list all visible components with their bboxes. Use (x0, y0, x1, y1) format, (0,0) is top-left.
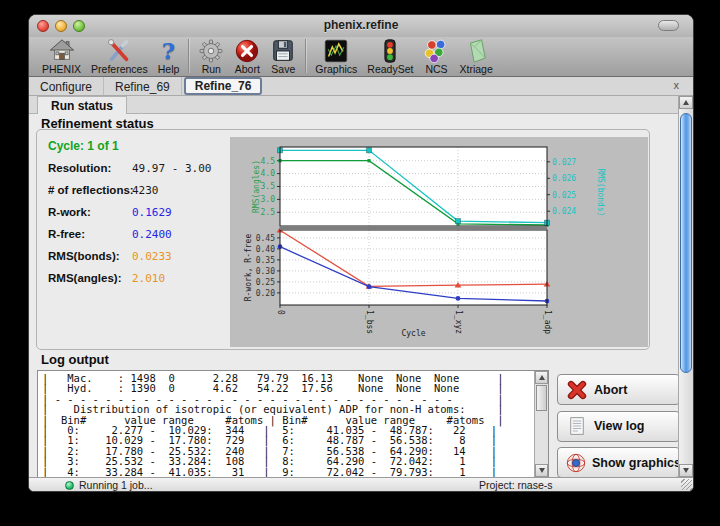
close-window-button[interactable] (37, 20, 49, 32)
toolbar-button-phenix[interactable]: PHENIX (37, 38, 86, 75)
log-text[interactable]: | Mac. : 1498 0 2.28 79.79 16.13 None No… (42, 373, 532, 477)
svg-text:1_xyz: 1_xyz (454, 310, 463, 334)
abort-icon (234, 38, 260, 64)
status-message: Running 1 job... (79, 479, 153, 491)
scroll-up-icon[interactable] (679, 96, 693, 109)
zoom-window-button[interactable] (73, 20, 85, 32)
svg-text:3.5: 3.5 (261, 182, 276, 191)
minimize-window-button[interactable] (55, 20, 67, 32)
log-scrollbar[interactable] (534, 371, 548, 477)
toolbar-label: Preferences (91, 64, 148, 75)
stat-value: 4230 (132, 184, 159, 197)
phenix-refine-window: phenix.refine PHENIX (28, 14, 694, 492)
stat-label: R-work: (48, 206, 132, 218)
svg-text:2.5: 2.5 (261, 208, 276, 217)
abort-x-icon (565, 379, 589, 401)
gear-icon (198, 38, 224, 64)
view-log-button[interactable]: View log (557, 411, 680, 442)
stat-value: 2.010 (132, 272, 165, 285)
toolbar-button-readyset[interactable]: ReadySet (362, 38, 418, 75)
tab-refine-69[interactable]: Refine_69 (104, 77, 182, 95)
svg-text:0.025: 0.025 (552, 191, 576, 200)
titlebar[interactable]: phenix.refine (29, 15, 693, 37)
stat-row-resolution: Resolution: 49.97 - 3.00 (48, 162, 228, 175)
scroll-down-icon[interactable] (535, 464, 548, 477)
help-icon: ? (162, 38, 175, 64)
log-output-box: | Mac. : 1498 0 2.28 79.79 16.13 None No… (37, 370, 549, 478)
svg-text:0.20: 0.20 (256, 289, 275, 298)
scroll-down-icon[interactable] (679, 464, 693, 477)
svg-text:0.45: 0.45 (256, 234, 275, 243)
toolbar-label: PHENIX (42, 64, 81, 75)
tab-configure[interactable]: Configure (29, 77, 104, 95)
svg-text:0.30: 0.30 (256, 267, 275, 276)
stat-value: 0.1629 (132, 206, 172, 219)
stat-value: 0.0233 (132, 250, 172, 263)
toolbar-button-preferences[interactable]: Preferences (86, 38, 153, 75)
stat-label: R-free: (48, 228, 132, 240)
window-controls (37, 20, 85, 32)
log-output-heading: Log output (41, 352, 109, 367)
project-label: Project: rnase-s (479, 479, 553, 491)
document-icon (565, 416, 589, 436)
svg-text:4.5: 4.5 (261, 157, 276, 166)
toolbar-label: NCS (425, 64, 447, 75)
refinement-status-panel: Cycle: 1 of 1 Resolution: 49.97 - 3.00 #… (36, 129, 650, 350)
svg-text:RMS(bonds): RMS(bonds) (596, 168, 605, 216)
traffic-light-icon (377, 38, 403, 64)
stat-row-reflections: # of reflections: 4230 (48, 184, 228, 197)
main-scrollbar-thumb[interactable] (680, 113, 692, 373)
toolbar-label: ReadySet (367, 64, 413, 75)
tab-run-status[interactable]: Run status (37, 96, 127, 114)
refinement-chart: 4.54.03.53.02.50.0270.0260.0250.024RMS(a… (230, 137, 648, 347)
resize-grip[interactable] (681, 479, 692, 490)
stat-label: RMS(bonds): (48, 250, 132, 262)
stat-label: Resolution: (48, 162, 132, 174)
svg-text:1_bss: 1_bss (365, 310, 374, 334)
stat-value: 49.97 - 3.00 (132, 162, 211, 175)
toolbar-toggle-button[interactable] (658, 20, 679, 31)
stat-row-rms-bonds: RMS(bonds): 0.0233 (48, 250, 228, 263)
show-graphics-button[interactable]: Show graphics (557, 447, 680, 478)
tab-refine-76[interactable]: Refine_76 (184, 77, 263, 95)
cycle-status: Cycle: 1 of 1 (48, 139, 228, 153)
running-indicator-icon (65, 481, 74, 490)
tools-icon (106, 38, 132, 64)
toolbar-button-run[interactable]: Run (193, 38, 229, 75)
toolbar-button-graphics[interactable]: Graphics (310, 38, 362, 75)
svg-text:0.024: 0.024 (552, 207, 576, 216)
toolbar-label: Xtriage (459, 64, 492, 75)
toolbar-separator (188, 39, 189, 73)
stat-label: # of reflections: (48, 184, 132, 196)
log-scrollbar-thumb[interactable] (536, 385, 547, 411)
toolbar-label: Abort (235, 64, 260, 75)
home-icon (49, 38, 75, 64)
button-label: View log (594, 419, 644, 433)
desktop-background: phenix.refine PHENIX (0, 0, 720, 526)
toolbar-label: Run (202, 64, 221, 75)
svg-text:0: 0 (276, 310, 285, 315)
svg-text:4.0: 4.0 (261, 169, 276, 178)
toolbar-button-abort[interactable]: Abort (229, 38, 265, 75)
toolbar-button-xtriage[interactable]: Xtriage (454, 38, 497, 75)
close-tab-icon[interactable]: x (674, 79, 680, 91)
abort-button[interactable]: Abort (557, 374, 680, 405)
subtab-strip: Run status (29, 96, 678, 114)
electron-density-icon (323, 38, 349, 64)
crystal-icon (463, 38, 489, 64)
stat-row-rwork: R-work: 0.1629 (48, 206, 228, 219)
toolbar-button-help[interactable]: ? Help (153, 38, 185, 75)
toolbar-button-ncs[interactable]: NCS (418, 38, 454, 75)
stat-row-rms-angles: RMS(angles): 2.010 (48, 272, 228, 285)
button-label: Show graphics (592, 456, 681, 470)
scroll-up-icon[interactable] (535, 371, 548, 384)
toolbar-label: Save (271, 64, 295, 75)
status-bar: Running 1 job... Project: rnase-s (29, 477, 693, 491)
stat-value: 0.2400 (132, 228, 172, 241)
svg-text:1_adp: 1_adp (543, 310, 552, 334)
svg-text:R-work, R-free: R-work, R-free (244, 234, 253, 302)
stat-label: RMS(angles): (48, 272, 132, 284)
toolbar-button-save[interactable]: Save (265, 38, 301, 75)
document-tabbar: Configure Refine_69 Refine_76 x (29, 77, 693, 96)
main-scrollbar[interactable] (678, 96, 693, 477)
